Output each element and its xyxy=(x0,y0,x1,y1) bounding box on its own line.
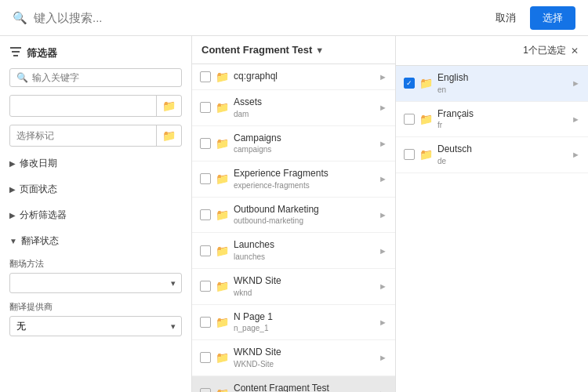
tag-browse-icon[interactable]: 📁 xyxy=(156,125,181,146)
list-item[interactable]: 📁 WKND Site WKND-Site ► xyxy=(192,340,395,376)
item-checkbox[interactable] xyxy=(200,388,211,392)
right-pane-header: 1个已选定 ✕ xyxy=(396,36,588,66)
folder-icon: 📁 xyxy=(216,209,229,221)
item-checkbox[interactable] xyxy=(200,138,211,149)
item-checkbox[interactable] xyxy=(200,71,211,82)
chevron-right-icon: ▶ xyxy=(9,159,16,168)
section-modify-date[interactable]: ▶ 修改日期 xyxy=(9,154,182,172)
right-pane: 1个已选定 ✕ 📁 English en ► 📁 xyxy=(396,36,588,392)
arrow-right-icon: ► xyxy=(379,72,387,82)
translation-provider-wrap: 翻译提供商 无 xyxy=(9,301,182,336)
list-item[interactable]: 📁 Français fr ► xyxy=(396,102,588,138)
sidebar-keyword-input[interactable] xyxy=(32,72,175,83)
item-path: campaigns xyxy=(234,144,374,154)
global-search-input[interactable] xyxy=(34,11,481,24)
folder-icon: 📁 xyxy=(216,71,229,83)
item-path: WKND-Site xyxy=(234,359,374,369)
svg-rect-1 xyxy=(12,51,20,53)
item-path: fr xyxy=(437,120,567,130)
sidebar-search-box[interactable]: 🔍 xyxy=(9,68,182,87)
folder-icon: 📁 xyxy=(216,101,229,114)
item-checkbox[interactable] xyxy=(404,114,415,125)
list-item[interactable]: 📁 Outbound Marketing outbound-marketing … xyxy=(192,198,395,234)
item-name: Français xyxy=(437,108,567,121)
arrow-right-icon: ► xyxy=(379,318,387,327)
item-path: outbound-marketing xyxy=(234,216,374,226)
filter-icon xyxy=(9,45,22,60)
folder-icon: 📁 xyxy=(216,351,229,364)
content-columns: Content Fragment Test ▼ 📁 cq:graphql ► 📁 xyxy=(192,36,588,392)
list-item[interactable]: 📁 Launches launches ► xyxy=(192,233,395,269)
item-checkbox[interactable] xyxy=(200,281,211,292)
section-page-status[interactable]: ▶ 页面状态 xyxy=(9,180,182,198)
item-name: Deutsch xyxy=(437,143,567,156)
item-checkbox[interactable] xyxy=(200,317,211,328)
list-item[interactable]: 📁 cq:graphql ► xyxy=(192,64,395,90)
sidebar-title: 筛选器 xyxy=(9,45,182,60)
section-translation-status[interactable]: ▼ 翻译状态 xyxy=(9,232,182,250)
item-checkbox[interactable] xyxy=(200,245,211,256)
translation-method-label: 翻场方法 xyxy=(9,258,182,270)
item-path: de xyxy=(437,156,567,166)
item-path: dam xyxy=(234,109,374,119)
right-pane-items: 📁 English en ► 📁 Français fr ► xyxy=(396,66,588,392)
item-checkbox[interactable] xyxy=(404,78,415,89)
arrow-right-icon: ► xyxy=(379,174,387,183)
chevron-down-icon: ▼ xyxy=(9,237,17,245)
arrow-right-icon: ► xyxy=(572,150,580,159)
arrow-right-icon: ► xyxy=(379,353,387,362)
arrow-right-icon: ► xyxy=(379,281,387,291)
item-checkbox[interactable] xyxy=(200,102,211,113)
search-icon: 🔍 xyxy=(13,11,27,25)
tag-input[interactable] xyxy=(10,126,156,145)
sidebar-filter-label: 筛选器 xyxy=(27,46,57,60)
translation-method-wrap: 翻场方法 xyxy=(9,258,182,293)
item-path: n_page_1 xyxy=(234,323,374,333)
item-checkbox[interactable] xyxy=(200,209,211,220)
item-path: launches xyxy=(234,252,374,262)
sidebar: 筛选器 🔍 /content 📁 📁 ▶ 修改日期 ▶ 页面状态 xyxy=(0,36,192,392)
item-path: experience-fragments xyxy=(234,180,374,191)
path-input[interactable]: /content xyxy=(10,96,156,115)
list-item[interactable]: 📁 Deutsch de ► xyxy=(396,137,588,173)
translation-method-select[interactable] xyxy=(9,273,182,293)
item-name: cq:graphql xyxy=(234,71,374,83)
arrow-right-icon: ► xyxy=(379,246,387,256)
svg-rect-2 xyxy=(13,55,18,56)
item-checkbox[interactable] xyxy=(200,173,211,184)
tag-input-wrap: 📁 xyxy=(9,125,182,147)
list-item[interactable]: 📁 WKND Site wknd ► xyxy=(192,269,395,305)
folder-icon: 📁 xyxy=(216,245,229,257)
translation-provider-select[interactable]: 无 xyxy=(9,316,182,336)
folder-icon: 📁 xyxy=(216,172,229,185)
list-item[interactable]: 📁 English en ► xyxy=(396,66,588,102)
section-label: 分析筛选器 xyxy=(20,209,67,222)
section-analytics-filter[interactable]: ▶ 分析筛选器 xyxy=(9,206,182,224)
list-item[interactable]: 📁 Experience Fragments experience-fragme… xyxy=(192,162,395,198)
item-name: English xyxy=(437,72,567,85)
arrow-right-icon: ► xyxy=(379,103,387,112)
path-browse-icon[interactable]: 📁 xyxy=(156,96,181,116)
item-name: Experience Fragments xyxy=(234,168,374,180)
arrow-right-icon: ► xyxy=(379,139,387,148)
arrow-right-icon: ► xyxy=(572,114,580,124)
item-name: Launches xyxy=(234,239,374,252)
item-name: Campaigns xyxy=(234,132,374,145)
list-item[interactable]: 📁 N Page 1 n_page_1 ► xyxy=(192,305,395,341)
item-checkbox[interactable] xyxy=(404,149,415,160)
folder-icon: 📁 xyxy=(216,280,229,292)
item-name: Outbound Marketing xyxy=(234,204,374,216)
section-label: 页面状态 xyxy=(20,183,57,196)
clear-selection-button[interactable]: ✕ xyxy=(571,45,579,56)
list-item[interactable]: 📁 Content Fragment Test Content-Fragment… xyxy=(192,376,395,392)
item-path: wknd xyxy=(234,288,374,298)
list-item[interactable]: 📁 Assets dam ► xyxy=(192,90,395,126)
arrow-right-icon: ► xyxy=(379,210,387,220)
list-item[interactable]: 📁 Campaigns campaigns ► xyxy=(192,126,395,162)
item-name: WKND Site xyxy=(234,347,374,359)
cancel-button[interactable]: 取消 xyxy=(488,8,524,28)
item-checkbox[interactable] xyxy=(200,352,211,363)
item-path: en xyxy=(437,85,567,95)
left-pane: Content Fragment Test ▼ 📁 cq:graphql ► 📁 xyxy=(192,36,396,392)
select-button[interactable]: 选择 xyxy=(530,6,575,30)
